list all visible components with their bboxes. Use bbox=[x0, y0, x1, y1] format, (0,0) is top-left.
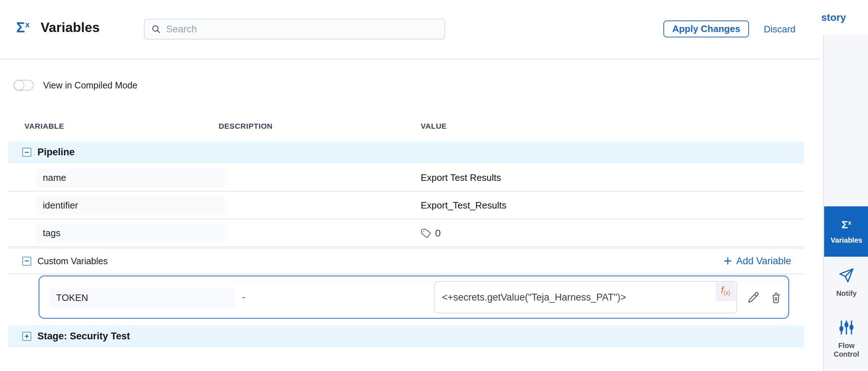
rail-item-variables[interactable]: Σx Variables bbox=[824, 206, 868, 257]
page-title: Variables bbox=[41, 20, 100, 35]
search-icon bbox=[151, 24, 161, 34]
delete-variable-button[interactable] bbox=[769, 290, 783, 305]
compiled-mode-row: View in Compiled Mode bbox=[14, 79, 137, 92]
sliders-icon bbox=[838, 319, 855, 336]
plus-icon bbox=[723, 256, 732, 266]
section-stage-security-test: + Stage: Security Test bbox=[8, 325, 804, 347]
section-pipeline: − Pipeline bbox=[8, 141, 804, 163]
pencil-icon bbox=[747, 291, 760, 304]
variable-identifier-value: Export_Test_Results bbox=[421, 192, 506, 219]
toggle-knob bbox=[14, 80, 24, 90]
token-value-input[interactable] bbox=[435, 282, 736, 313]
rail-item-notify[interactable]: Notify bbox=[824, 267, 868, 298]
collapse-icon[interactable]: − bbox=[22, 148, 31, 157]
trash-icon bbox=[770, 292, 782, 304]
compiled-mode-toggle[interactable] bbox=[14, 80, 34, 91]
apply-changes-button[interactable]: Apply Changes bbox=[663, 20, 749, 37]
rail-item-label: FlowControl bbox=[833, 341, 859, 358]
token-description: - bbox=[242, 276, 245, 318]
tags-count: 0 bbox=[435, 228, 441, 239]
variable-tags-field[interactable]: tags bbox=[37, 223, 225, 243]
variables-drawer: Σx Variables Apply Changes Discard View … bbox=[0, 0, 823, 371]
discard-button[interactable]: Discard bbox=[764, 24, 795, 35]
paper-plane-icon bbox=[838, 267, 855, 284]
section-custom-variables: − Custom Variables Add Variable bbox=[8, 248, 804, 274]
table-row-name: name Export Test Results bbox=[8, 164, 804, 192]
history-link-clip: story bbox=[821, 12, 868, 26]
compiled-mode-label: View in Compiled Mode bbox=[43, 80, 137, 91]
rail-item-flow-control[interactable]: FlowControl bbox=[824, 319, 868, 358]
rail-item-label: Variables bbox=[831, 236, 862, 244]
token-value-input-wrap: f(x) bbox=[434, 281, 737, 313]
tag-icon bbox=[420, 227, 432, 239]
variables-sigma-icon: Σx bbox=[16, 20, 38, 35]
rail-item-label: Notify bbox=[836, 289, 857, 298]
add-variable-button[interactable]: Add Variable bbox=[723, 256, 791, 267]
variable-identifier-field[interactable]: identifier bbox=[37, 196, 225, 215]
variable-tags-value: 0 bbox=[421, 219, 441, 247]
add-variable-label: Add Variable bbox=[736, 256, 791, 267]
column-header-value: VALUE bbox=[421, 122, 447, 130]
right-rail: Σx Variables Notify FlowControl bbox=[823, 35, 868, 371]
token-name-field[interactable]: TOKEN bbox=[50, 288, 235, 308]
expand-icon[interactable]: + bbox=[22, 332, 31, 341]
edit-variable-button[interactable] bbox=[746, 290, 760, 305]
search-box[interactable] bbox=[144, 19, 445, 40]
section-pipeline-title: Pipeline bbox=[37, 147, 75, 158]
variables-sigma-icon-white: Σx bbox=[841, 219, 851, 231]
collapse-icon[interactable]: − bbox=[22, 257, 31, 266]
section-stage-title: Stage: Security Test bbox=[37, 331, 130, 342]
column-header-variable: VARIABLE bbox=[24, 122, 64, 130]
variable-name-field[interactable]: name bbox=[37, 168, 225, 188]
header-divider bbox=[0, 59, 821, 59]
search-input[interactable] bbox=[166, 24, 438, 35]
expression-fx-icon[interactable]: f(x) bbox=[716, 283, 736, 301]
variable-name-value: Export Test Results bbox=[421, 164, 501, 192]
table-row-identifier: identifier Export_Test_Results bbox=[8, 192, 804, 219]
table-row-tags: tags 0 bbox=[8, 219, 804, 247]
custom-variable-row-token[interactable]: TOKEN - f(x) bbox=[38, 275, 789, 319]
section-custom-variables-title: Custom Variables bbox=[37, 256, 108, 266]
variables-panel: Σx Variables Apply Changes Discard View … bbox=[0, 0, 868, 371]
history-link-truncated[interactable]: story bbox=[821, 12, 846, 23]
column-header-description: DESCRIPTION bbox=[219, 122, 273, 130]
